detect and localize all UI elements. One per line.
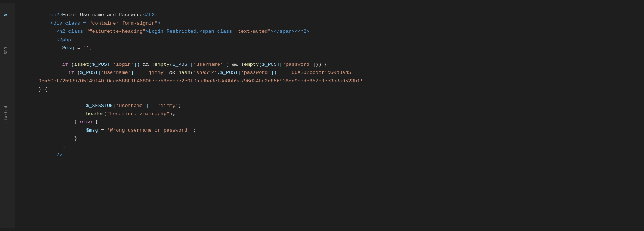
code-token: ])	[223, 62, 229, 67]
code-token: ($_POST[	[169, 62, 193, 67]
code-token: $msg	[62, 45, 74, 51]
code-token: 0ea50cf72b939705f49f40f0dc658801b4680b7d…	[39, 78, 363, 84]
code-token: 'username'	[116, 103, 146, 109]
code-token: "Location: /main.php"	[107, 111, 169, 117]
code-token	[39, 111, 86, 117]
code-token	[39, 45, 62, 51]
code-token: '00e302ccdcf1c60b8ad5	[289, 70, 351, 75]
code-token: Enter Username and Password	[62, 12, 143, 18]
code-token: <div class =	[39, 21, 89, 26]
code-token	[39, 103, 86, 109]
code-token: ;	[89, 45, 92, 51]
code-token: =	[74, 45, 83, 51]
code-token: else	[80, 119, 92, 125]
code-token: "container form-signin"	[89, 21, 157, 26]
code-line-15: $msg = 'Wrong username or password.';	[21, 118, 644, 126]
code-token: && !	[229, 62, 244, 67]
code-line-11	[21, 85, 644, 93]
code-token: (	[74, 70, 80, 75]
code-line-17: }	[21, 135, 644, 143]
code-line-7: if (isset($_POST['login']) && !empty($_P…	[21, 52, 644, 60]
code-token: ])	[134, 62, 140, 67]
code-token: 'login'	[113, 62, 134, 67]
code-token: header	[86, 111, 104, 117]
code-token: isset	[74, 62, 89, 67]
code-content: <h2>Enter Username and Password</h2> <di…	[15, 3, 644, 228]
code-token: }	[39, 119, 80, 125]
code-token: ($_POST[	[89, 62, 113, 67]
code-token: >	[158, 21, 161, 26]
code-token: "featurette-heading"	[86, 29, 146, 34]
code-token: >Login Restricted.<span class=	[146, 29, 235, 34]
code-token: if	[68, 70, 74, 75]
code-line-12: $_SESSION['username'] = 'jimmy';	[21, 93, 644, 102]
code-token: ==	[134, 70, 146, 75]
code-token	[39, 152, 57, 158]
code-token: $_POST[	[80, 70, 101, 75]
code-token: (	[104, 111, 107, 117]
code-token: empty	[155, 62, 170, 67]
code-token: <?php	[39, 37, 71, 43]
code-token: ?>	[56, 152, 62, 158]
sidebar-label-d: D	[3, 14, 10, 17]
code-token: 'sha512'	[193, 70, 217, 75]
code-token: &&	[167, 70, 178, 75]
code-line-5: $msg = '';	[21, 36, 644, 44]
code-token: 'password'	[241, 70, 271, 75]
code-token: ($_POST[	[259, 62, 283, 67]
code-token: 'username'	[193, 62, 223, 67]
sidebar-label-started: started	[3, 106, 10, 123]
code-token: );	[169, 111, 175, 117]
sidebar-label-5db: 5DB	[3, 47, 10, 54]
code-token: 'Wrong username or password.'	[107, 128, 193, 133]
code-token: ]	[131, 70, 134, 75]
code-token: ;	[178, 103, 181, 109]
code-token: 'jimmy'	[158, 103, 179, 109]
code-token	[39, 70, 68, 75]
code-token: empty	[244, 62, 259, 67]
code-token: </h2>	[143, 12, 158, 18]
code-token: <h2>	[39, 12, 62, 18]
code-token: ''	[83, 45, 89, 51]
code-token: =	[98, 128, 107, 133]
code-token: 'jimmy'	[146, 70, 167, 75]
code-token: =	[149, 103, 157, 109]
left-sidebar: D 5DB started	[0, 3, 15, 228]
code-token: "text-muted"	[235, 29, 271, 34]
code-token: (	[190, 70, 193, 75]
code-editor: D 5DB started <h2>Enter Username and Pas…	[0, 0, 644, 231]
code-token: hash	[178, 70, 190, 75]
code-token: 'password'	[283, 62, 312, 67]
code-token	[39, 128, 86, 133]
code-token: $msg	[86, 128, 98, 133]
code-token	[39, 62, 62, 67]
code-line-6	[21, 44, 644, 52]
code-line-1: <h2>Enter Username and Password</h2>	[21, 3, 644, 11]
code-token: }	[39, 136, 77, 141]
code-token: }	[39, 144, 65, 150]
code-line-18: ?>	[21, 143, 644, 151]
code-token: 'username'	[101, 70, 131, 75]
code-token: if	[62, 62, 68, 67]
code-token: <h2 class=	[39, 29, 86, 34]
code-token: && !	[140, 62, 155, 67]
code-token: ;	[193, 128, 196, 133]
code-token: ])) {	[312, 62, 328, 67]
code-token: $_SESSION[	[86, 103, 116, 109]
code-token: {	[92, 119, 98, 125]
code-token: ])	[271, 70, 277, 75]
code-token: ,$_POST[	[217, 70, 241, 75]
code-token: ></span></h2>	[271, 29, 310, 34]
code-token: ==	[277, 70, 289, 75]
code-token: ) {	[39, 86, 47, 92]
code-token: (	[68, 62, 74, 67]
